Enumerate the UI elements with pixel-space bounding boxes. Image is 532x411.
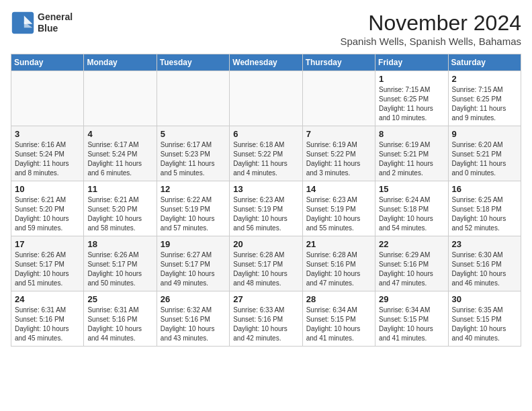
page-header: General Blue November 2024 Spanish Wells…	[11, 11, 521, 47]
day-info: Sunrise: 6:31 AM Sunset: 5:16 PM Dayligh…	[87, 306, 152, 343]
day-number: 20	[233, 239, 298, 249]
day-number: 21	[306, 239, 371, 249]
day-info: Sunrise: 6:30 AM Sunset: 5:16 PM Dayligh…	[452, 250, 517, 288]
calendar-cell: 9Sunrise: 6:20 AM Sunset: 5:21 PM Daylig…	[448, 126, 521, 181]
calendar-cell: 11Sunrise: 6:21 AM Sunset: 5:20 PM Dayli…	[84, 181, 157, 236]
calendar-cell: 17Sunrise: 6:26 AM Sunset: 5:17 PM Dayli…	[11, 236, 84, 291]
column-header-thursday: Thursday	[302, 54, 375, 71]
day-info: Sunrise: 6:21 AM Sunset: 5:20 PM Dayligh…	[87, 195, 152, 233]
day-info: Sunrise: 6:32 AM Sunset: 5:16 PM Dayligh…	[161, 306, 226, 343]
calendar-cell	[302, 71, 375, 126]
day-info: Sunrise: 6:34 AM Sunset: 5:15 PM Dayligh…	[306, 306, 371, 343]
calendar-cell: 29Sunrise: 6:34 AM Sunset: 5:15 PM Dayli…	[375, 291, 448, 347]
day-number: 4	[87, 129, 152, 139]
column-header-monday: Monday	[84, 54, 157, 71]
calendar-header-row: SundayMondayTuesdayWednesdayThursdayFrid…	[11, 54, 521, 71]
day-number: 23	[452, 239, 517, 249]
day-info: Sunrise: 6:20 AM Sunset: 5:21 PM Dayligh…	[452, 140, 517, 178]
day-number: 1	[379, 74, 444, 84]
day-number: 18	[87, 239, 152, 249]
calendar-cell: 15Sunrise: 6:24 AM Sunset: 5:18 PM Dayli…	[375, 181, 448, 236]
day-info: Sunrise: 7:15 AM Sunset: 6:25 PM Dayligh…	[452, 85, 517, 123]
calendar-cell: 8Sunrise: 6:19 AM Sunset: 5:21 PM Daylig…	[375, 126, 448, 181]
title-block: November 2024 Spanish Wells, Spanish Wel…	[340, 11, 521, 47]
day-info: Sunrise: 6:17 AM Sunset: 5:23 PM Dayligh…	[161, 140, 226, 178]
day-info: Sunrise: 7:15 AM Sunset: 6:25 PM Dayligh…	[379, 85, 444, 123]
day-number: 14	[306, 184, 371, 194]
calendar-cell: 22Sunrise: 6:29 AM Sunset: 5:16 PM Dayli…	[375, 236, 448, 291]
day-info: Sunrise: 6:19 AM Sunset: 5:22 PM Dayligh…	[306, 140, 371, 178]
calendar-cell: 28Sunrise: 6:34 AM Sunset: 5:15 PM Dayli…	[302, 291, 375, 347]
calendar-cell: 4Sunrise: 6:17 AM Sunset: 5:24 PM Daylig…	[84, 126, 157, 181]
logo: General Blue	[11, 11, 73, 35]
day-info: Sunrise: 6:31 AM Sunset: 5:16 PM Dayligh…	[15, 306, 80, 343]
day-number: 7	[306, 129, 371, 139]
day-info: Sunrise: 6:28 AM Sunset: 5:16 PM Dayligh…	[306, 250, 371, 288]
day-info: Sunrise: 6:34 AM Sunset: 5:15 PM Dayligh…	[379, 306, 444, 343]
calendar-cell: 25Sunrise: 6:31 AM Sunset: 5:16 PM Dayli…	[84, 291, 157, 347]
day-number: 17	[15, 239, 80, 249]
day-number: 11	[87, 184, 152, 194]
calendar-cell: 27Sunrise: 6:33 AM Sunset: 5:16 PM Dayli…	[230, 291, 302, 347]
calendar-cell	[230, 71, 302, 126]
day-info: Sunrise: 6:27 AM Sunset: 5:17 PM Dayligh…	[161, 250, 226, 288]
day-info: Sunrise: 6:26 AM Sunset: 5:17 PM Dayligh…	[15, 250, 80, 288]
day-info: Sunrise: 6:16 AM Sunset: 5:24 PM Dayligh…	[15, 140, 80, 178]
day-number: 27	[233, 294, 298, 304]
day-info: Sunrise: 6:25 AM Sunset: 5:18 PM Dayligh…	[452, 195, 517, 233]
day-number: 2	[452, 74, 517, 84]
column-header-sunday: Sunday	[11, 54, 84, 71]
calendar-cell: 6Sunrise: 6:18 AM Sunset: 5:22 PM Daylig…	[230, 126, 302, 181]
calendar-cell: 18Sunrise: 6:26 AM Sunset: 5:17 PM Dayli…	[84, 236, 157, 291]
day-number: 25	[87, 294, 152, 304]
calendar-week-row: 24Sunrise: 6:31 AM Sunset: 5:16 PM Dayli…	[11, 291, 521, 347]
day-number: 19	[161, 239, 226, 249]
column-header-wednesday: Wednesday	[230, 54, 302, 71]
day-info: Sunrise: 6:33 AM Sunset: 5:16 PM Dayligh…	[233, 306, 298, 343]
day-info: Sunrise: 6:17 AM Sunset: 5:24 PM Dayligh…	[87, 140, 152, 178]
calendar-cell: 3Sunrise: 6:16 AM Sunset: 5:24 PM Daylig…	[11, 126, 84, 181]
day-info: Sunrise: 6:23 AM Sunset: 5:19 PM Dayligh…	[233, 195, 298, 233]
day-number: 13	[233, 184, 298, 194]
logo-text: General Blue	[38, 11, 73, 34]
day-info: Sunrise: 6:35 AM Sunset: 5:15 PM Dayligh…	[452, 306, 517, 343]
day-info: Sunrise: 6:24 AM Sunset: 5:18 PM Dayligh…	[379, 195, 444, 233]
column-header-saturday: Saturday	[448, 54, 521, 71]
calendar-cell: 5Sunrise: 6:17 AM Sunset: 5:23 PM Daylig…	[157, 126, 229, 181]
calendar-week-row: 1Sunrise: 7:15 AM Sunset: 6:25 PM Daylig…	[11, 71, 521, 126]
day-number: 12	[161, 184, 226, 194]
day-number: 5	[161, 129, 226, 139]
day-info: Sunrise: 6:18 AM Sunset: 5:22 PM Dayligh…	[233, 140, 298, 178]
day-number: 10	[15, 184, 80, 194]
calendar-table: SundayMondayTuesdayWednesdayThursdayFrid…	[11, 54, 521, 347]
calendar-cell: 10Sunrise: 6:21 AM Sunset: 5:20 PM Dayli…	[11, 181, 84, 236]
day-info: Sunrise: 6:28 AM Sunset: 5:17 PM Dayligh…	[233, 250, 298, 288]
calendar-cell	[157, 71, 229, 126]
day-number: 26	[161, 294, 226, 304]
day-info: Sunrise: 6:23 AM Sunset: 5:19 PM Dayligh…	[306, 195, 371, 233]
day-number: 16	[452, 184, 517, 194]
day-number: 22	[379, 239, 444, 249]
day-number: 3	[15, 129, 80, 139]
calendar-cell: 26Sunrise: 6:32 AM Sunset: 5:16 PM Dayli…	[157, 291, 229, 347]
day-number: 28	[306, 294, 371, 304]
day-info: Sunrise: 6:26 AM Sunset: 5:17 PM Dayligh…	[87, 250, 152, 288]
calendar-cell: 23Sunrise: 6:30 AM Sunset: 5:16 PM Dayli…	[448, 236, 521, 291]
location: Spanish Wells, Spanish Wells, Bahamas	[340, 36, 521, 47]
logo-icon	[11, 11, 35, 35]
column-header-tuesday: Tuesday	[157, 54, 229, 71]
calendar-cell: 1Sunrise: 7:15 AM Sunset: 6:25 PM Daylig…	[375, 71, 448, 126]
calendar-week-row: 17Sunrise: 6:26 AM Sunset: 5:17 PM Dayli…	[11, 236, 521, 291]
day-info: Sunrise: 6:19 AM Sunset: 5:21 PM Dayligh…	[379, 140, 444, 178]
day-number: 6	[233, 129, 298, 139]
calendar-week-row: 3Sunrise: 6:16 AM Sunset: 5:24 PM Daylig…	[11, 126, 521, 181]
calendar-week-row: 10Sunrise: 6:21 AM Sunset: 5:20 PM Dayli…	[11, 181, 521, 236]
day-number: 24	[15, 294, 80, 304]
day-info: Sunrise: 6:21 AM Sunset: 5:20 PM Dayligh…	[15, 195, 80, 233]
column-header-friday: Friday	[375, 54, 448, 71]
day-info: Sunrise: 6:22 AM Sunset: 5:19 PM Dayligh…	[161, 195, 226, 233]
day-number: 15	[379, 184, 444, 194]
calendar-cell	[84, 71, 157, 126]
calendar-cell: 24Sunrise: 6:31 AM Sunset: 5:16 PM Dayli…	[11, 291, 84, 347]
month-title: November 2024	[340, 11, 521, 36]
